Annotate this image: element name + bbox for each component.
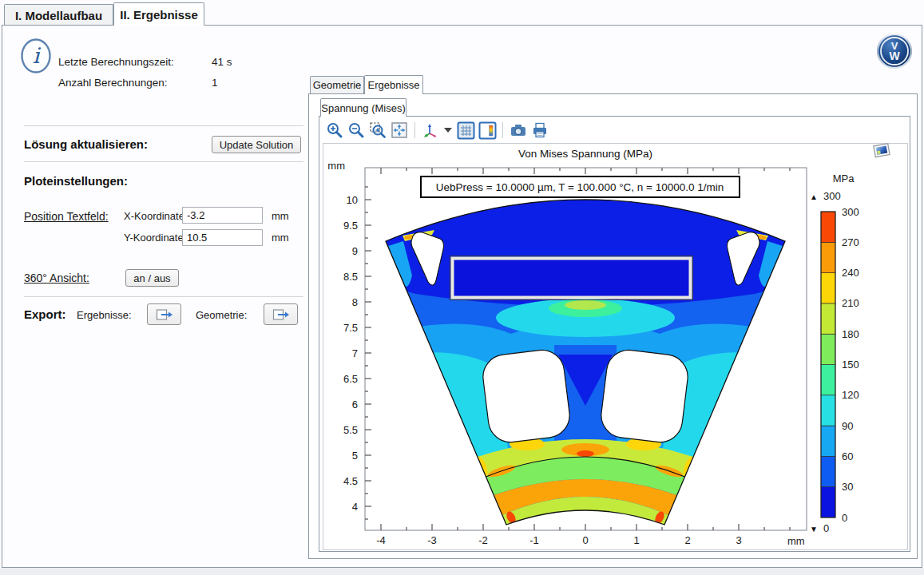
colorbar-max-marker-icon: ▲ bbox=[810, 192, 818, 201]
stress-plot[interactable]: Von Mises Spannung (MPa) mm mm -4-3-2-10… bbox=[323, 144, 907, 549]
svg-text:240: 240 bbox=[842, 267, 859, 279]
toolbar-separator bbox=[502, 122, 503, 138]
svg-text:120: 120 bbox=[842, 389, 859, 401]
info-icon: i bbox=[20, 38, 52, 74]
export-geometry-label: Geometrie: bbox=[196, 309, 247, 321]
tab-spannung-mises[interactable]: Spannung (Mises) bbox=[320, 98, 406, 117]
svg-text:150: 150 bbox=[842, 359, 859, 371]
section-divider bbox=[24, 125, 303, 126]
snapshot-camera-icon[interactable] bbox=[509, 121, 528, 140]
colorbar-max-marker: 300 bbox=[823, 190, 841, 202]
svg-text:-1: -1 bbox=[529, 534, 539, 546]
svg-text:210: 210 bbox=[842, 297, 859, 309]
svg-text:0: 0 bbox=[582, 534, 588, 546]
zoom-in-icon[interactable] bbox=[325, 121, 344, 140]
legend-toggle-icon[interactable] bbox=[478, 121, 497, 140]
svg-text:10: 10 bbox=[347, 194, 358, 206]
parameter-annotation-text: UebPress = 10.0000 µm, T = 100.000 °C, n… bbox=[436, 181, 724, 193]
print-icon[interactable] bbox=[530, 121, 549, 140]
svg-text:9: 9 bbox=[352, 245, 358, 257]
svg-text:180: 180 bbox=[842, 328, 859, 340]
export-geometry-button[interactable] bbox=[264, 303, 298, 325]
section-divider bbox=[24, 161, 303, 162]
tab-modellaufbau-label: I. Modellaufbau bbox=[15, 9, 102, 22]
svg-text:5.5: 5.5 bbox=[343, 424, 358, 436]
y-coordinate-input[interactable] bbox=[182, 229, 263, 246]
computation-count-value: 1 bbox=[212, 77, 218, 89]
grid-toggle-icon[interactable] bbox=[456, 121, 475, 140]
svg-text:270: 270 bbox=[842, 236, 859, 248]
window-bottom-edge bbox=[0, 568, 924, 575]
svg-text:60: 60 bbox=[842, 450, 853, 462]
svg-text:5: 5 bbox=[352, 450, 358, 462]
export-results-button[interactable] bbox=[147, 303, 181, 325]
svg-text:-4: -4 bbox=[376, 534, 386, 546]
svg-text:W: W bbox=[889, 50, 900, 62]
tab-ergebnisse[interactable]: II. Ergebnisse bbox=[113, 2, 204, 26]
svg-text:9.5: 9.5 bbox=[343, 220, 358, 232]
y-axis-unit: mm bbox=[327, 160, 345, 172]
svg-text:300: 300 bbox=[842, 206, 859, 218]
svg-text:30: 30 bbox=[842, 481, 853, 493]
view-360-toggle-button[interactable]: an / aus bbox=[125, 269, 179, 287]
x-axis-unit: mm bbox=[787, 535, 805, 547]
svg-text:6.5: 6.5 bbox=[343, 373, 358, 385]
vw-logo: V W bbox=[877, 34, 912, 69]
computation-count-label: Anzahl Berechnungen: bbox=[58, 77, 168, 89]
tab-ergebnisse-label: II. Ergebnisse bbox=[120, 8, 198, 22]
export-icon bbox=[156, 308, 173, 321]
svg-text:8: 8 bbox=[352, 296, 358, 308]
last-computation-label: Letzte Berechnungszeit: bbox=[58, 56, 174, 68]
zoom-box-icon[interactable] bbox=[368, 121, 387, 140]
update-solution-heading: Lösung aktualisieren: bbox=[24, 137, 148, 151]
svg-text:4.5: 4.5 bbox=[343, 475, 358, 487]
tab-geometrie-label: Geometrie bbox=[313, 79, 362, 91]
svg-text:4: 4 bbox=[352, 501, 358, 513]
x-coordinate-label: X-Koordinate: bbox=[124, 210, 188, 222]
svg-text:7.5: 7.5 bbox=[343, 322, 358, 334]
export-heading: Export: bbox=[24, 307, 66, 321]
colorbar-min-marker: 0 bbox=[823, 522, 829, 534]
x-coordinate-unit: mm bbox=[272, 210, 289, 222]
colorbar-min-marker-icon: ▼ bbox=[810, 525, 818, 533]
tab-results-label: Ergebnisse bbox=[367, 79, 419, 91]
colorbar: 0306090120150180210240270300 bbox=[821, 206, 859, 524]
tab-modellaufbau[interactable]: I. Modellaufbau bbox=[4, 4, 113, 26]
plot-settings-heading: Ploteinstellungen: bbox=[24, 174, 128, 188]
y-coordinate-unit: mm bbox=[272, 232, 289, 244]
update-solution-button[interactable]: Update Solution bbox=[212, 136, 301, 153]
tab-results[interactable]: Ergebnisse bbox=[364, 75, 423, 94]
application-window: I. Modellaufbau II. Ergebnisse i Letzte … bbox=[0, 0, 924, 575]
y-coordinate-label: Y-Koordinate: bbox=[124, 232, 186, 244]
svg-text:7: 7 bbox=[352, 347, 358, 359]
colorbar-unit: MPa bbox=[833, 172, 855, 184]
export-icon bbox=[272, 308, 290, 321]
orientation-3d-icon[interactable] bbox=[421, 121, 440, 140]
tab-spannung-mises-label: Spannung (Mises) bbox=[321, 102, 406, 114]
plot-title: Von Mises Spannung (MPa) bbox=[518, 148, 652, 160]
svg-text:1: 1 bbox=[633, 534, 639, 546]
last-computation-value: 41 s bbox=[212, 56, 232, 68]
orientation-dropdown-caret[interactable] bbox=[442, 121, 454, 140]
svg-text:-2: -2 bbox=[478, 534, 488, 546]
svg-text:90: 90 bbox=[842, 420, 853, 432]
svg-text:2: 2 bbox=[684, 534, 690, 546]
export-results-label: Ergebnisse: bbox=[77, 309, 132, 321]
zoom-out-icon[interactable] bbox=[347, 121, 366, 140]
position-textfield-label: Position Textfeld: bbox=[24, 210, 109, 223]
zoom-extents-icon[interactable] bbox=[390, 121, 409, 140]
parameter-annotation: UebPress = 10.0000 µm, T = 100.000 °C, n… bbox=[421, 176, 740, 197]
plot-toolbar bbox=[325, 120, 549, 141]
toolbar-separator bbox=[414, 122, 415, 138]
svg-text:3: 3 bbox=[736, 534, 741, 546]
view-360-label: 360° Ansicht: bbox=[24, 272, 89, 284]
section-divider bbox=[24, 296, 303, 297]
svg-text:8.5: 8.5 bbox=[343, 271, 358, 283]
tab-geometrie[interactable]: Geometrie bbox=[310, 76, 364, 93]
x-coordinate-input[interactable] bbox=[182, 207, 263, 224]
svg-text:-3: -3 bbox=[427, 534, 437, 546]
svg-text:6: 6 bbox=[352, 399, 358, 410]
svg-text:0: 0 bbox=[842, 512, 847, 524]
